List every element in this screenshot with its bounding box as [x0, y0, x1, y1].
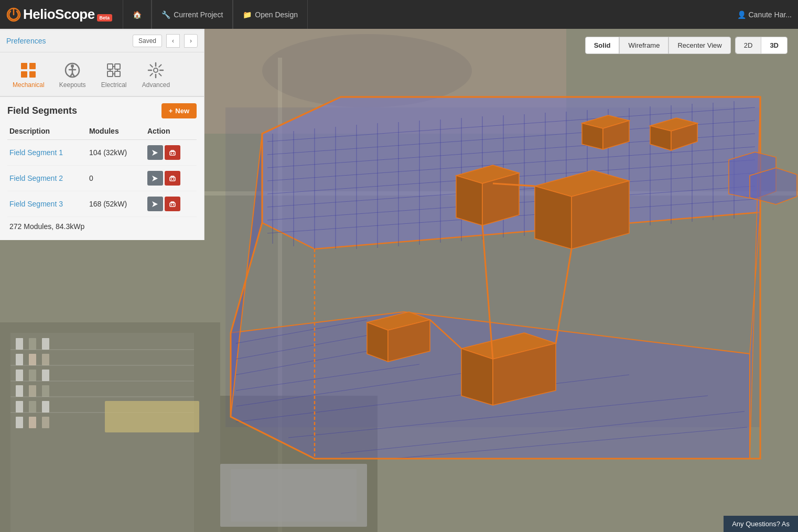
recenter-view-btn[interactable]: Recenter View: [668, 37, 730, 54]
svg-rect-12: [16, 370, 23, 381]
logo-text: HelioScope: [23, 6, 95, 23]
svg-rect-23: [42, 354, 49, 365]
tab-mechanical[interactable]: Mechanical: [6, 58, 51, 93]
svg-rect-16: [29, 338, 36, 350]
svg-rect-15: [16, 417, 23, 428]
preferences-link[interactable]: Preferences: [6, 37, 128, 45]
table-row: Field Segment 1 104 (32kW): [7, 140, 197, 166]
svg-rect-26: [42, 401, 49, 412]
top-nav: HelioScope Beta 🏠 🔧 Current Project 📁 Op…: [0, 0, 798, 29]
segment-3-modules: 168 (52kW): [87, 191, 145, 217]
segment-3-link[interactable]: Field Segment 3: [9, 200, 63, 208]
svg-marker-106: [750, 168, 797, 204]
svg-rect-35: [231, 469, 357, 522]
segment-3-actions: [147, 197, 195, 211]
svg-rect-14: [16, 401, 23, 412]
svg-marker-88: [456, 176, 482, 225]
segment-1-delete-btn[interactable]: [165, 145, 180, 160]
left-panel: All Roofs Preferences Saved ‹ › Mechanic…: [0, 0, 204, 240]
table-row: Field Segment 2 0: [7, 166, 197, 191]
advanced-icon: [147, 62, 164, 79]
segment-1-modules: 104 (32kW): [87, 140, 145, 166]
svg-marker-91: [535, 186, 571, 249]
new-btn-label: New: [175, 107, 189, 115]
view-controls: Solid Wireframe Recenter View 2D 3D: [585, 37, 788, 54]
svg-rect-21: [29, 417, 36, 428]
field-segments-header: Field Segments + New: [7, 103, 197, 118]
user-label: Canute Har...: [749, 10, 792, 19]
field-segments-section: Field Segments + New Description Modules…: [0, 97, 204, 240]
dimension-toggle: 2D 3D: [735, 37, 788, 54]
segment-3-navigate-btn[interactable]: [147, 197, 163, 211]
svg-rect-135: [170, 151, 175, 155]
svg-rect-107: [21, 63, 27, 69]
segment-2-actions: [147, 171, 195, 186]
segments-table: Description Modules Action Field Segment…: [7, 125, 197, 217]
col-description: Description: [7, 125, 87, 140]
tab-keepouts[interactable]: Keepouts: [53, 58, 92, 93]
logo-area: HelioScope Beta: [6, 6, 112, 23]
svg-rect-13: [16, 385, 23, 397]
svg-rect-120: [115, 71, 120, 77]
svg-line-131: [159, 73, 161, 75]
next-arrow-btn[interactable]: ›: [184, 34, 198, 48]
segment-1-navigate-btn[interactable]: [147, 145, 163, 160]
folder-icon: 📁: [243, 10, 252, 19]
icon-tabs: Mechanical Keepouts: [0, 52, 204, 97]
keepouts-icon: [64, 62, 81, 79]
new-segment-btn[interactable]: + New: [161, 103, 197, 118]
svg-line-130: [150, 65, 153, 67]
segment-2-link[interactable]: Field Segment 2: [9, 174, 63, 182]
electrical-label: Electrical: [101, 81, 127, 89]
svg-line-133: [150, 73, 153, 75]
mechanical-label: Mechanical: [13, 81, 45, 89]
svg-rect-20: [29, 401, 36, 412]
segment-2-modules: 0: [87, 166, 145, 191]
svg-marker-134: [152, 150, 158, 156]
svg-line-132: [159, 65, 161, 67]
svg-rect-22: [42, 338, 49, 350]
svg-rect-141: [170, 177, 175, 181]
svg-rect-17: [29, 354, 36, 365]
svg-line-116: [72, 73, 74, 77]
panel-toolbar: Preferences Saved ‹ ›: [0, 30, 204, 52]
segment-1-actions: [147, 145, 195, 160]
nav-current-project-label: Current Project: [174, 10, 223, 19]
tab-advanced[interactable]: Advanced: [136, 58, 176, 93]
segment-1-link[interactable]: Field Segment 1: [9, 148, 63, 157]
user-icon: 👤: [737, 10, 746, 19]
wireframe-view-btn[interactable]: Wireframe: [619, 37, 668, 54]
saved-btn[interactable]: Saved: [133, 35, 162, 47]
prev-arrow-btn[interactable]: ‹: [166, 34, 180, 48]
svg-rect-24: [42, 370, 49, 381]
questions-bar[interactable]: Any Questions? As: [724, 516, 798, 532]
svg-rect-18: [29, 370, 36, 381]
advanced-label: Advanced: [142, 81, 170, 89]
col-action: Action: [145, 125, 197, 140]
segment-3-delete-btn[interactable]: [165, 197, 180, 211]
tab-electrical[interactable]: Electrical: [94, 58, 134, 93]
svg-rect-117: [107, 64, 113, 69]
svg-rect-110: [29, 71, 36, 78]
col-modules: Modules: [87, 125, 145, 140]
electrical-icon: [105, 62, 122, 79]
3d-view-btn[interactable]: 3D: [761, 37, 787, 53]
solid-view-btn[interactable]: Solid: [585, 37, 620, 54]
svg-rect-108: [29, 63, 36, 69]
svg-marker-140: [152, 176, 158, 181]
nav-open-design-label: Open Design: [255, 10, 298, 19]
segment-2-navigate-btn[interactable]: [147, 171, 163, 186]
svg-rect-27: [42, 417, 49, 428]
total-summary: 272 Modules, 84.3kWp: [7, 217, 197, 234]
nav-items: 🏠 🔧 Current Project 📁 Open Design: [123, 0, 737, 29]
svg-marker-146: [152, 201, 158, 207]
segment-2-delete-btn[interactable]: [165, 171, 180, 186]
nav-open-design[interactable]: 📁 Open Design: [233, 0, 308, 29]
nav-current-project[interactable]: 🔧 Current Project: [152, 0, 233, 29]
nav-home[interactable]: 🏠: [123, 0, 152, 29]
home-icon: 🏠: [133, 10, 142, 19]
table-row: Field Segment 3 168 (52kW): [7, 191, 197, 217]
svg-rect-25: [42, 385, 49, 397]
2d-view-btn[interactable]: 2D: [736, 37, 761, 53]
svg-rect-147: [170, 203, 175, 207]
